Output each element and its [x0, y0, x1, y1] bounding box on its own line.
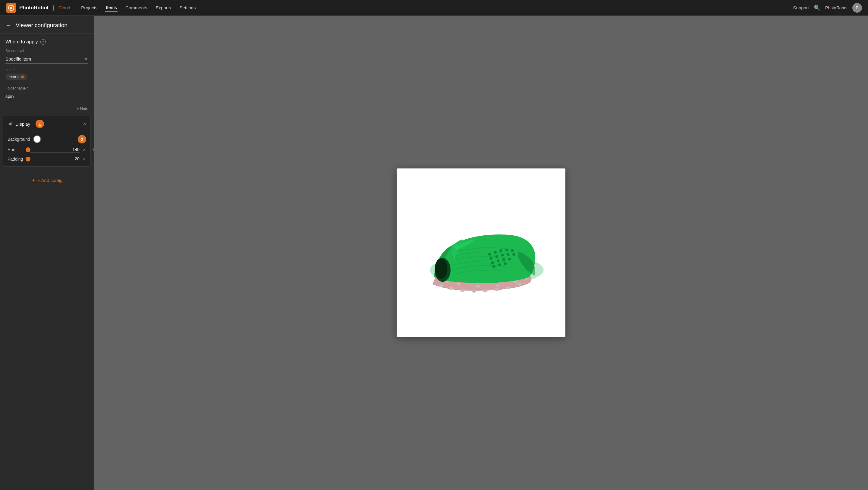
svg-point-15: [476, 285, 480, 288]
svg-point-22: [505, 249, 508, 251]
logo-text: PhotoRobot: [19, 5, 49, 11]
search-icon[interactable]: 🔍: [814, 4, 820, 11]
where-to-apply-title: Where to apply ?: [5, 39, 88, 44]
svg-point-1: [10, 7, 12, 9]
folder-name-input[interactable]: [5, 92, 88, 101]
logo-cloud: Cloud: [59, 5, 70, 10]
svg-point-26: [501, 254, 504, 256]
user-name: PhotoRobot: [825, 5, 847, 10]
padding-label: Padding: [7, 157, 26, 161]
background-color-swatch[interactable]: [33, 135, 41, 143]
note-button-row: + Note: [0, 105, 94, 112]
display-config-title-row: 🖥 Display 1: [7, 120, 44, 128]
svg-point-33: [493, 265, 495, 268]
svg-point-28: [513, 253, 515, 256]
nav-right: Support 🔍 PhotoRobot P: [793, 3, 862, 13]
nav-item-comments[interactable]: Comments: [125, 4, 148, 11]
support-link[interactable]: Support: [793, 5, 809, 10]
main-layout: ← Viewer configuration Where to apply ? …: [0, 16, 868, 490]
nav-item-items[interactable]: Items: [105, 4, 118, 12]
padding-slider-thumb[interactable]: [26, 157, 30, 161]
add-config-icon: ＋: [31, 178, 36, 183]
item-tag: Item 2 ⊗: [5, 73, 27, 80]
svg-point-6: [449, 287, 453, 289]
padding-value-input[interactable]: [30, 156, 80, 162]
scope-level-select-wrapper: Specific item All items Project ▾: [5, 55, 88, 64]
item-tag-row: Item 2 ⊗: [5, 73, 88, 82]
svg-point-20: [494, 251, 497, 253]
hue-label: Hue: [7, 147, 26, 152]
display-config-title: Display: [16, 121, 30, 127]
back-button[interactable]: ←: [5, 22, 11, 29]
svg-point-32: [508, 258, 511, 261]
svg-point-8: [472, 290, 476, 293]
top-navigation: PhotoRobot | Cloud Projects Items Commen…: [0, 0, 868, 16]
where-to-apply-section: Where to apply ? Scope level Specific it…: [0, 34, 94, 105]
hue-row: Hue × 3: [3, 144, 90, 153]
help-icon[interactable]: ?: [40, 39, 46, 44]
tag-remove-button[interactable]: ⊗: [21, 74, 24, 79]
main-content: [94, 16, 868, 490]
svg-point-31: [502, 258, 505, 261]
svg-point-17: [514, 281, 517, 283]
svg-point-23: [511, 249, 514, 252]
logo-icon: [6, 3, 16, 13]
nav-item-settings[interactable]: Settings: [179, 4, 196, 11]
hue-value-input[interactable]: [30, 147, 80, 153]
nav-item-projects[interactable]: Projects: [81, 4, 98, 11]
svg-point-21: [499, 249, 502, 252]
background-row: Background 2: [3, 131, 90, 144]
sidebar-title: Viewer configuration: [16, 22, 67, 29]
padding-clear-button[interactable]: ×: [83, 157, 86, 161]
sidebar: ← Viewer configuration Where to apply ? …: [0, 16, 94, 490]
svg-point-24: [490, 257, 492, 260]
svg-point-37: [435, 258, 447, 279]
monitor-icon: 🖥: [7, 121, 12, 127]
svg-point-35: [504, 262, 507, 265]
folder-name-label: Folder name *: [5, 86, 88, 90]
product-image-container: [397, 169, 565, 337]
svg-point-7: [460, 289, 465, 292]
padding-row: Padding ×: [3, 153, 90, 162]
step-badge-1: 1: [36, 120, 44, 128]
logo-divider: |: [53, 4, 54, 11]
svg-point-5: [439, 284, 443, 287]
svg-point-25: [495, 255, 498, 258]
add-config-label: + Add config: [38, 178, 63, 183]
svg-point-14: [457, 283, 460, 285]
background-label: Background: [7, 137, 30, 142]
svg-point-29: [491, 261, 494, 264]
sidebar-header: ← Viewer configuration: [0, 16, 94, 34]
scope-level-label: Scope level: [5, 49, 88, 53]
display-config-card: 🖥 Display 1 × Background 2 Hue: [3, 116, 91, 167]
scope-level-select[interactable]: Specific item All items Project: [5, 55, 88, 64]
avatar[interactable]: P: [852, 3, 862, 13]
svg-point-11: [506, 286, 510, 289]
svg-point-19: [488, 253, 491, 255]
hue-slider-thumb[interactable]: [26, 147, 30, 152]
item-label: Item *: [5, 68, 88, 72]
svg-point-9: [483, 289, 488, 292]
svg-point-30: [497, 259, 499, 262]
product-image: [405, 177, 557, 329]
display-config-header: 🖥 Display 1 ×: [3, 116, 90, 131]
close-display-config-button[interactable]: ×: [83, 121, 86, 127]
hue-clear-button[interactable]: ×: [83, 147, 86, 152]
add-note-button[interactable]: + Note: [76, 106, 88, 111]
svg-point-10: [494, 288, 499, 291]
svg-point-27: [507, 253, 509, 256]
add-config-button[interactable]: ＋ + Add config: [27, 176, 67, 185]
svg-point-16: [496, 284, 500, 287]
step-badge-2: 2: [78, 135, 86, 144]
svg-point-12: [517, 283, 522, 285]
logo-area: PhotoRobot | Cloud: [6, 3, 70, 13]
svg-point-34: [498, 264, 501, 266]
nav-item-exports[interactable]: Exports: [155, 4, 172, 11]
